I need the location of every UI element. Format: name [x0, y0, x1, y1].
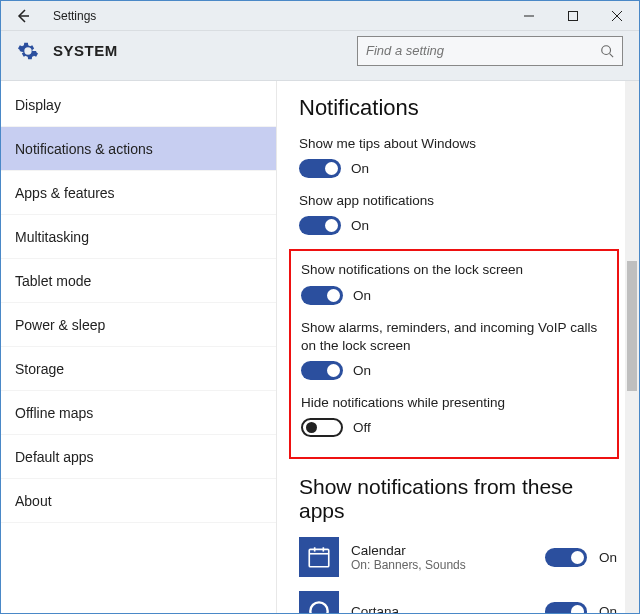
- sidebar-item-label: Storage: [15, 361, 64, 377]
- toggle-app-calendar[interactable]: [545, 548, 587, 567]
- sidebar-item-apps-features[interactable]: Apps & features: [1, 171, 276, 215]
- svg-rect-6: [309, 550, 329, 567]
- section-title-apps: Show notifications from these apps: [299, 475, 617, 523]
- setting-label: Show me tips about Windows: [299, 135, 617, 153]
- app-meta: Cortana: [351, 604, 399, 613]
- maximize-icon: [568, 11, 578, 21]
- toggle-state: On: [353, 288, 371, 303]
- back-button[interactable]: [9, 2, 37, 30]
- app-name: Cortana: [351, 604, 399, 613]
- app-name: Calendar: [351, 543, 466, 558]
- system-label: SYSTEM: [53, 42, 118, 59]
- sidebar-item-about[interactable]: About: [1, 479, 276, 523]
- setting-lockscreen-notifications: Show notifications on the lock screen On: [301, 261, 607, 304]
- toggle-state: On: [599, 604, 617, 613]
- content: Notifications Show me tips about Windows…: [277, 81, 625, 613]
- sidebar-item-label: Power & sleep: [15, 317, 105, 333]
- sidebar-item-offline-maps[interactable]: Offline maps: [1, 391, 276, 435]
- toggle-state: Off: [353, 420, 371, 435]
- svg-line-5: [610, 53, 614, 57]
- cortana-icon: [299, 591, 339, 613]
- sidebar-item-label: Default apps: [15, 449, 94, 465]
- sidebar-item-label: Offline maps: [15, 405, 93, 421]
- body: Display Notifications & actions Apps & f…: [1, 81, 639, 613]
- calendar-icon: [299, 537, 339, 577]
- setting-tips: Show me tips about Windows On: [299, 135, 617, 178]
- toggle-tips[interactable]: [299, 159, 341, 178]
- settings-window: Settings SYSTEM Display Notifications & …: [0, 0, 640, 614]
- minimize-button[interactable]: [507, 1, 551, 31]
- toggle-app-cortana[interactable]: [545, 602, 587, 613]
- svg-point-4: [602, 45, 611, 54]
- sidebar-item-display[interactable]: Display: [1, 83, 276, 127]
- search-input[interactable]: [366, 43, 600, 58]
- app-row-calendar[interactable]: Calendar On: Banners, Sounds On: [299, 537, 617, 577]
- sidebar-item-label: Display: [15, 97, 61, 113]
- titlebar: Settings: [1, 1, 639, 31]
- setting-label: Show alarms, reminders, and incoming VoI…: [301, 319, 607, 355]
- gear-icon: [17, 40, 39, 62]
- toggle-alarms-lockscreen[interactable]: [301, 361, 343, 380]
- sidebar-item-notifications-actions[interactable]: Notifications & actions: [1, 127, 276, 171]
- search-icon: [600, 44, 614, 58]
- sidebar-item-label: Tablet mode: [15, 273, 91, 289]
- app-meta: Calendar On: Banners, Sounds: [351, 543, 466, 572]
- svg-point-10: [310, 603, 327, 613]
- toggle-state: On: [353, 363, 371, 378]
- sidebar-item-label: Notifications & actions: [15, 141, 153, 157]
- content-wrap: Notifications Show me tips about Windows…: [277, 81, 639, 613]
- app-row-cortana[interactable]: Cortana On: [299, 591, 617, 613]
- app-sub: On: Banners, Sounds: [351, 558, 466, 572]
- toggle-state: On: [351, 218, 369, 233]
- toggle-lockscreen-notifications[interactable]: [301, 286, 343, 305]
- close-icon: [612, 11, 622, 21]
- sidebar-item-multitasking[interactable]: Multitasking: [1, 215, 276, 259]
- sidebar-item-label: Apps & features: [15, 185, 115, 201]
- scrollbar-thumb[interactable]: [627, 261, 637, 391]
- sidebar-item-power-sleep[interactable]: Power & sleep: [1, 303, 276, 347]
- highlighted-box: Show notifications on the lock screen On…: [289, 249, 619, 459]
- close-button[interactable]: [595, 1, 639, 31]
- maximize-button[interactable]: [551, 1, 595, 31]
- setting-hide-presenting: Hide notifications while presenting Off: [301, 394, 607, 437]
- window-title: Settings: [53, 9, 96, 23]
- sidebar-item-storage[interactable]: Storage: [1, 347, 276, 391]
- header: SYSTEM: [1, 31, 639, 81]
- toggle-state: On: [599, 550, 617, 565]
- sidebar-item-default-apps[interactable]: Default apps: [1, 435, 276, 479]
- setting-label: Hide notifications while presenting: [301, 394, 607, 412]
- setting-app-notifications: Show app notifications On: [299, 192, 617, 235]
- minimize-icon: [524, 11, 534, 21]
- sidebar: Display Notifications & actions Apps & f…: [1, 81, 277, 613]
- section-title-notifications: Notifications: [299, 95, 617, 121]
- setting-label: Show app notifications: [299, 192, 617, 210]
- toggle-hide-presenting[interactable]: [301, 418, 343, 437]
- toggle-app-notifications[interactable]: [299, 216, 341, 235]
- sidebar-item-tablet-mode[interactable]: Tablet mode: [1, 259, 276, 303]
- search-box[interactable]: [357, 36, 623, 66]
- toggle-state: On: [351, 161, 369, 176]
- vertical-scrollbar[interactable]: [625, 81, 639, 613]
- setting-alarms-lockscreen: Show alarms, reminders, and incoming VoI…: [301, 319, 607, 380]
- sidebar-item-label: Multitasking: [15, 229, 89, 245]
- svg-rect-1: [569, 11, 578, 20]
- setting-label: Show notifications on the lock screen: [301, 261, 607, 279]
- back-arrow-icon: [15, 8, 31, 24]
- sidebar-item-label: About: [15, 493, 52, 509]
